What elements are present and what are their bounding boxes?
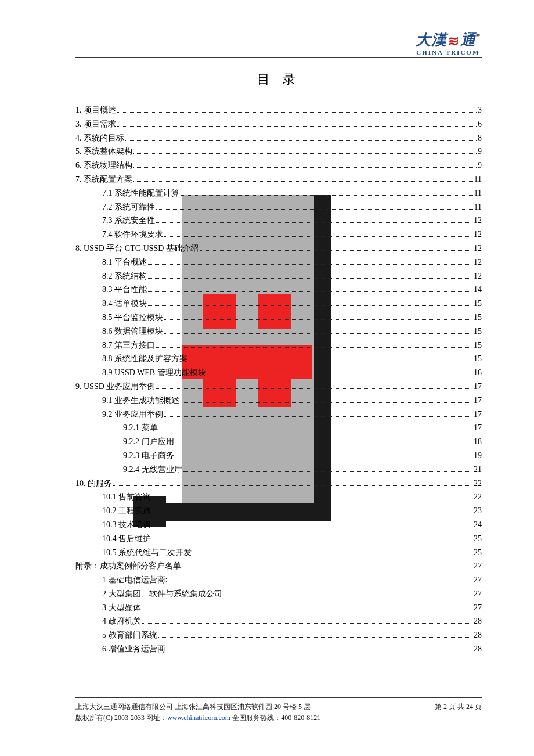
toc-label: 5. 系统整体架构 xyxy=(75,145,132,159)
toc-leader-dots xyxy=(134,181,473,182)
toc-leader-dots xyxy=(117,112,477,113)
toc-label: 9.2.2 门户应用 xyxy=(123,435,174,449)
toc-label: 7.2 系统可靠性 xyxy=(102,200,155,214)
toc-entry[interactable]: 10.2 工程实施23 xyxy=(75,504,482,518)
toc-entry[interactable]: 8.5 平台监控模块15 xyxy=(75,311,482,325)
toc-entry[interactable]: 8.4 话单模块15 xyxy=(75,297,482,311)
toc-label: 1. 项目概述 xyxy=(75,103,116,117)
toc-leader-dots xyxy=(152,541,472,541)
toc-leader-dots xyxy=(181,402,472,403)
toc-leader-dots xyxy=(152,513,472,513)
toc-label: 9.2 业务应用举例 xyxy=(102,408,163,422)
toc-leader-dots xyxy=(193,555,472,555)
toc-entry[interactable]: 7.4 软件环境要求12 xyxy=(75,228,482,242)
toc-label: 8.3 平台性能 xyxy=(102,283,147,297)
toc-page-number: 17 xyxy=(474,421,482,435)
toc-entry[interactable]: 附录：成功案例部分客户名单27 xyxy=(75,559,482,573)
page-footer: 上海大汉三通网络通信有限公司 上海张江高科技园区浦东软件园 20 号楼 5 层 … xyxy=(75,697,482,723)
toc-leader-dots xyxy=(164,416,472,417)
toc-page-number: 14 xyxy=(474,283,482,297)
toc-entry[interactable]: 1 基础电信运营商:27 xyxy=(75,573,482,587)
toc-page-number: 19 xyxy=(474,449,482,463)
toc-page-number: 12 xyxy=(474,242,482,255)
table-of-contents: 1. 项目概述33. 项目需求64. 系统的目标85. 系统整体架构96. 系统… xyxy=(75,103,482,656)
toc-leader-dots xyxy=(207,375,472,375)
toc-page-number: 11 xyxy=(474,172,482,186)
toc-page-number: 12 xyxy=(474,228,482,242)
toc-label: 8.7 第三方接口 xyxy=(102,339,155,352)
toc-label: 8.6 数据管理模块 xyxy=(102,325,163,339)
toc-entry[interactable]: 8.7 第三方接口15 xyxy=(75,339,482,352)
toc-entry[interactable]: 9.2.1 菜单17 xyxy=(75,421,482,435)
toc-page-number: 11 xyxy=(474,186,482,200)
toc-entry[interactable]: 6 增值业务运营商28 xyxy=(75,642,482,656)
toc-entry[interactable]: 8.9 USSD WEB 管理功能模块16 xyxy=(75,366,482,380)
toc-page-number: 11 xyxy=(474,200,482,214)
toc-entry[interactable]: 4. 系统的目标8 xyxy=(75,131,482,145)
toc-entry[interactable]: 8. USSD 平台 CTC-USSD 基础介绍12 xyxy=(75,242,482,255)
toc-leader-dots xyxy=(156,222,472,223)
toc-label: 10.3 技术培训 xyxy=(102,518,151,532)
toc-entry[interactable]: 9.2.2 门户应用18 xyxy=(75,435,482,449)
footer-website-link[interactable]: www.chinatricom.com xyxy=(167,714,230,722)
toc-label: 7. 系统配置方案 xyxy=(75,172,132,186)
toc-entry[interactable]: 9.2 业务应用举例17 xyxy=(75,408,482,422)
toc-label: 8.1 平台概述 xyxy=(102,255,147,269)
toc-leader-dots xyxy=(117,126,477,127)
toc-leader-dots xyxy=(113,485,472,486)
toc-entry[interactable]: 8.1 平台概述12 xyxy=(75,255,482,269)
toc-entry[interactable]: 8.3 平台性能14 xyxy=(75,283,482,297)
toc-entry[interactable]: 9.2.4 无线营业厅21 xyxy=(75,463,482,477)
toc-entry[interactable]: 3. 项目需求6 xyxy=(75,117,482,131)
toc-leader-dots xyxy=(134,153,477,154)
toc-page-number: 17 xyxy=(474,408,482,422)
toc-label: 8.9 USSD WEB 管理功能模块 xyxy=(102,366,206,380)
footer-page-number: 第 2 页 共 24 页 xyxy=(435,701,482,712)
toc-entry[interactable]: 10.1 售前咨询22 xyxy=(75,490,482,504)
toc-leader-dots xyxy=(148,264,472,265)
toc-entry[interactable]: 3 大型媒体27 xyxy=(75,601,482,615)
logo-main-text: 大漢≋通® xyxy=(416,33,481,48)
toc-label: 5 教育部门系统 xyxy=(102,628,157,642)
toc-entry[interactable]: 10. 的服务22 xyxy=(75,477,482,491)
toc-page-number: 17 xyxy=(474,380,482,394)
toc-label: 9. USSD 业务应用举例 xyxy=(75,380,155,394)
toc-page-number: 15 xyxy=(474,352,482,366)
toc-leader-dots xyxy=(200,250,472,251)
footer-divider xyxy=(75,697,482,698)
toc-entry[interactable]: 7.2 系统可靠性11 xyxy=(75,200,482,214)
toc-entry[interactable]: 7.1 系统性能配置计算11 xyxy=(75,186,482,200)
toc-label: 1 基础电信运营商: xyxy=(102,573,167,587)
toc-entry[interactable]: 10.5 系统代维与二次开发25 xyxy=(75,546,482,560)
toc-leader-dots xyxy=(167,651,473,651)
toc-leader-dots xyxy=(182,568,472,568)
logo: 大漢≋通® CHINA TRICOM xyxy=(416,33,481,56)
toc-entry[interactable]: 2 大型集团、软件与系统集成公司27 xyxy=(75,587,482,601)
toc-entry[interactable]: 8.8 系统性能及扩容方案15 xyxy=(75,352,482,366)
toc-entry[interactable]: 6. 系统物理结构9 xyxy=(75,159,482,172)
footer-copyright-text: 版权所有(C) 2003-2033 网址： xyxy=(75,714,167,722)
toc-entry[interactable]: 1. 项目概述3 xyxy=(75,103,482,117)
toc-leader-dots xyxy=(152,499,472,499)
toc-entry[interactable]: 9. USSD 业务应用举例17 xyxy=(75,380,482,394)
toc-entry[interactable]: 9.1 业务生成功能概述17 xyxy=(75,394,482,408)
toc-entry[interactable]: 5 教育部门系统28 xyxy=(75,628,482,642)
toc-entry[interactable]: 4 政府机关28 xyxy=(75,614,482,628)
toc-leader-dots xyxy=(148,278,472,279)
toc-page-number: 27 xyxy=(474,601,482,615)
toc-entry[interactable]: 8.2 系统结构12 xyxy=(75,269,482,283)
toc-page-number: 27 xyxy=(474,587,482,601)
toc-entry[interactable]: 7. 系统配置方案11 xyxy=(75,172,482,186)
toc-entry[interactable]: 10.4 售后维护25 xyxy=(75,532,482,546)
toc-label: 10.2 工程实施 xyxy=(102,504,151,518)
toc-entry[interactable]: 8.6 数据管理模块15 xyxy=(75,325,482,339)
toc-entry[interactable]: 7.3 系统安全性12 xyxy=(75,214,482,228)
toc-page-number: 23 xyxy=(474,504,482,518)
toc-leader-dots xyxy=(158,637,473,638)
toc-leader-dots xyxy=(125,140,477,141)
toc-page-number: 21 xyxy=(474,463,482,477)
toc-page-number: 28 xyxy=(474,614,482,628)
toc-entry[interactable]: 9.2.3 电子商务19 xyxy=(75,449,482,463)
toc-entry[interactable]: 10.3 技术培训24 xyxy=(75,518,482,532)
toc-entry[interactable]: 5. 系统整体架构9 xyxy=(75,145,482,159)
